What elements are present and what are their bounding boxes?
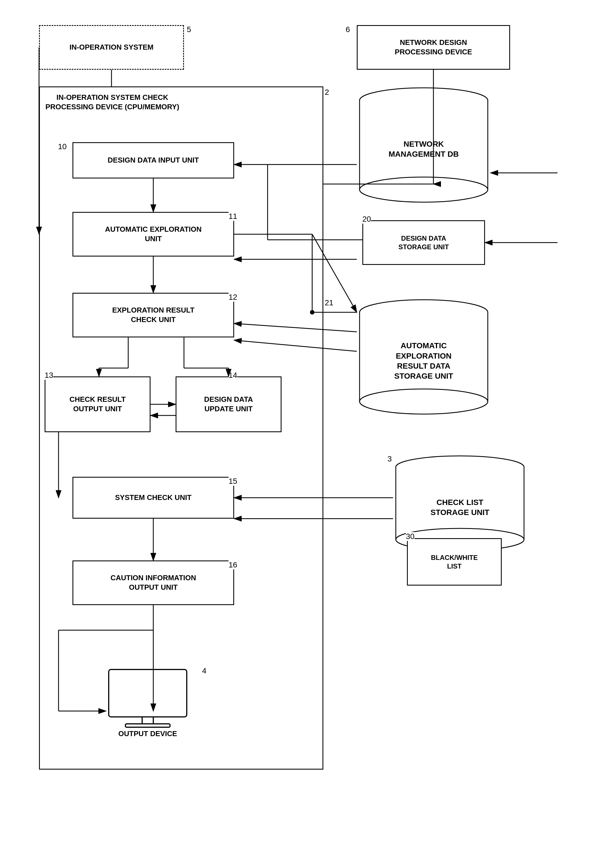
ref-30: 30 xyxy=(406,532,415,541)
network-management-db-label: NETWORKMANAGEMENT DB xyxy=(388,139,459,159)
ref-4: 4 xyxy=(202,667,207,675)
design-data-update-label: DESIGN DATAUPDATE UNIT xyxy=(204,395,253,414)
check-result-output-box: CHECK RESULTOUTPUT UNIT xyxy=(45,376,151,432)
design-data-input-box: DESIGN DATA INPUT UNIT xyxy=(72,142,234,178)
caution-information-label: CAUTION INFORMATIONOUTPUT UNIT xyxy=(110,573,196,592)
network-design-label: NETWORK DESIGNPROCESSING DEVICE xyxy=(395,38,472,57)
ref-16: 16 xyxy=(229,560,237,569)
auto-exploration-result-label: AUTOMATICEXPLORATIONRESULT DATASTORAGE U… xyxy=(394,341,453,382)
system-check-label: SYSTEM CHECK UNIT xyxy=(115,493,192,503)
design-data-storage-label: DESIGN DATASTORAGE UNIT xyxy=(399,234,449,251)
ref-6: 6 xyxy=(346,25,350,34)
svg-point-9 xyxy=(360,389,488,414)
check-list-storage-label: CHECK LISTSTORAGE UNIT xyxy=(431,497,489,518)
ref-2: 2 xyxy=(325,88,329,97)
ref-14: 14 xyxy=(229,371,237,380)
ref-13: 13 xyxy=(45,371,53,380)
output-device-svg xyxy=(103,667,192,728)
system-check-box: SYSTEM CHECK UNIT xyxy=(72,477,234,519)
ref-21: 21 xyxy=(325,299,333,307)
black-white-list-box: BLACK/WHITELIST xyxy=(407,538,502,586)
output-device-label: OUTPUT DEVICE xyxy=(118,729,177,739)
main-device-label: IN-OPERATION SYSTEM CHECKPROCESSING DEVI… xyxy=(46,93,179,112)
svg-rect-15 xyxy=(109,670,187,717)
design-data-input-label: DESIGN DATA INPUT UNIT xyxy=(108,156,199,165)
design-data-storage-box: DESIGN DATASTORAGE UNIT xyxy=(362,220,485,265)
design-data-update-box: DESIGN DATAUPDATE UNIT xyxy=(176,376,281,432)
network-design-box: NETWORK DESIGNPROCESSING DEVICE xyxy=(357,25,510,70)
ref-12: 12 xyxy=(229,293,237,302)
svg-rect-17 xyxy=(126,724,170,727)
diagram-container: IN-OPERATION SYSTEM 5 NETWORK DESIGNPROC… xyxy=(17,17,599,848)
ref-11: 11 xyxy=(229,212,237,221)
ref-10: 10 xyxy=(58,142,67,151)
automatic-exploration-box: AUTOMATIC EXPLORATIONUNIT xyxy=(72,212,234,256)
ref-5: 5 xyxy=(187,25,191,34)
in-operation-system-box: IN-OPERATION SYSTEM xyxy=(39,25,184,70)
svg-point-4 xyxy=(360,177,488,202)
auto-exploration-result-cylinder: AUTOMATICEXPLORATIONRESULT DATASTORAGE U… xyxy=(357,299,490,415)
black-white-list-label: BLACK/WHITELIST xyxy=(431,553,478,571)
output-device-box: OUTPUT DEVICE xyxy=(95,663,201,742)
in-operation-system-label: IN-OPERATION SYSTEM xyxy=(69,42,153,52)
ref-3: 3 xyxy=(387,454,392,464)
network-management-db-cylinder: NETWORKMANAGEMENT DB xyxy=(357,86,490,204)
svg-rect-16 xyxy=(142,717,153,724)
check-result-output-label: CHECK RESULTOUTPUT UNIT xyxy=(69,395,126,414)
automatic-exploration-label: AUTOMATIC EXPLORATIONUNIT xyxy=(105,225,202,244)
ref-20: 20 xyxy=(362,215,371,224)
ref-15: 15 xyxy=(229,477,237,486)
exploration-result-check-box: EXPLORATION RESULTCHECK UNIT xyxy=(72,293,234,337)
exploration-result-check-label: EXPLORATION RESULTCHECK UNIT xyxy=(112,306,194,325)
caution-information-box: CAUTION INFORMATIONOUTPUT UNIT xyxy=(72,560,234,605)
